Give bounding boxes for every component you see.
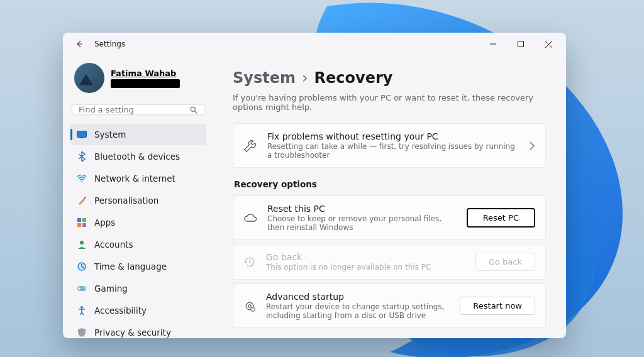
nav-gaming[interactable]: Gaming xyxy=(70,278,206,299)
advanced-startup-row: Advanced startup Restart your device to … xyxy=(233,283,546,328)
cloud-reset-icon xyxy=(243,212,257,224)
wifi-icon xyxy=(77,173,87,184)
back-button[interactable] xyxy=(72,36,87,52)
person-icon xyxy=(77,239,87,250)
svg-point-18 xyxy=(80,306,83,309)
chevron-right-icon xyxy=(529,141,535,150)
svg-rect-6 xyxy=(77,131,87,138)
goback-sub: This option is no longer available on th… xyxy=(266,263,465,272)
reset-pc-button[interactable]: Reset PC xyxy=(467,208,535,228)
settings-window: Settings Fatima Wahab System xyxy=(63,33,566,338)
svg-point-4 xyxy=(191,107,195,111)
titlebar: Settings xyxy=(63,33,566,55)
breadcrumb-parent[interactable]: System xyxy=(233,69,296,87)
advanced-title: Advanced startup xyxy=(266,292,450,302)
troubleshoot-sub: Resetting can take a while — first, try … xyxy=(267,142,519,160)
apps-icon xyxy=(77,217,87,228)
wrench-icon xyxy=(243,139,257,153)
go-back-button: Go back xyxy=(475,253,535,271)
maximize-button[interactable] xyxy=(507,35,535,53)
profile-email-redacted xyxy=(111,79,180,88)
goback-title: Go back xyxy=(266,252,465,262)
profile-name: Fatima Wahab xyxy=(111,69,180,78)
restart-now-button[interactable]: Restart now xyxy=(460,297,535,315)
profile-block[interactable]: Fatima Wahab xyxy=(70,55,206,98)
svg-rect-10 xyxy=(77,218,81,222)
nav-label: System xyxy=(94,129,126,140)
nav-personalisation[interactable]: Personalisation xyxy=(70,190,206,211)
nav-label: Accessibility xyxy=(94,305,147,316)
accessibility-icon xyxy=(77,305,87,316)
nav-privacy[interactable]: Privacy & security xyxy=(70,322,206,338)
search-icon xyxy=(189,106,198,114)
nav-system[interactable]: System xyxy=(70,124,206,145)
svg-rect-9 xyxy=(84,197,86,199)
nav-label: Personalisation xyxy=(94,195,158,206)
globe-clock-icon xyxy=(77,261,87,272)
close-button[interactable] xyxy=(535,35,562,53)
troubleshoot-title: Fix problems without resetting your PC xyxy=(267,131,519,141)
nav-network[interactable]: Network & internet xyxy=(70,168,206,189)
bluetooth-icon xyxy=(77,151,87,162)
reset-title: Reset this PC xyxy=(267,204,457,214)
search-box[interactable] xyxy=(72,104,205,115)
reset-pc-row: Reset this PC Choose to keep or remove y… xyxy=(233,195,546,240)
intro-text: If you're having problems with your PC o… xyxy=(233,93,546,112)
breadcrumb: System › Recovery xyxy=(233,69,546,87)
svg-rect-7 xyxy=(80,138,84,138)
nav-accessibility[interactable]: Accessibility xyxy=(70,300,206,321)
brush-icon xyxy=(77,195,87,206)
gear-power-icon xyxy=(243,300,256,312)
window-title: Settings xyxy=(94,40,125,48)
nav-label: Bluetooth & devices xyxy=(94,151,180,162)
minimize-icon xyxy=(490,41,496,47)
svg-point-17 xyxy=(84,287,85,288)
nav-list: System Bluetooth & devices Network & int… xyxy=(70,124,206,338)
reset-sub: Choose to keep or remove your personal f… xyxy=(267,214,457,232)
troubleshoot-card[interactable]: Fix problems without resetting your PC R… xyxy=(233,123,546,168)
go-back-row: Go back This option is no longer availab… xyxy=(233,244,546,280)
svg-rect-1 xyxy=(518,41,524,47)
nav-label: Apps xyxy=(94,217,115,228)
sidebar: Fatima Wahab System Bluetooth & devices xyxy=(63,55,214,338)
shield-icon xyxy=(77,327,87,338)
svg-rect-11 xyxy=(82,218,86,222)
system-icon xyxy=(77,129,87,140)
nav-label: Network & internet xyxy=(94,173,175,184)
search-input[interactable] xyxy=(79,105,189,114)
maximize-icon xyxy=(518,41,524,47)
svg-point-20 xyxy=(248,304,251,307)
nav-label: Time & language xyxy=(94,261,167,272)
svg-line-5 xyxy=(195,111,197,113)
nav-accounts[interactable]: Accounts xyxy=(70,234,206,255)
main-content: System › Recovery If you're having probl… xyxy=(214,55,566,338)
nav-label: Privacy & security xyxy=(94,327,171,338)
svg-point-8 xyxy=(81,181,82,182)
svg-rect-13 xyxy=(82,223,86,227)
nav-label: Gaming xyxy=(94,283,128,294)
svg-point-14 xyxy=(80,241,84,244)
gamepad-icon xyxy=(77,283,87,294)
chevron-right-icon: › xyxy=(302,69,308,87)
advanced-sub: Restart your device to change startup se… xyxy=(266,302,450,320)
svg-rect-12 xyxy=(77,223,81,227)
minimize-button[interactable] xyxy=(479,35,507,53)
nav-label: Accounts xyxy=(94,239,133,250)
page-title: Recovery xyxy=(314,69,393,87)
close-icon xyxy=(545,41,552,48)
nav-time-language[interactable]: Time & language xyxy=(70,256,206,277)
avatar xyxy=(74,63,104,93)
arrow-left-icon xyxy=(75,40,84,48)
nav-apps[interactable]: Apps xyxy=(70,212,206,233)
nav-bluetooth[interactable]: Bluetooth & devices xyxy=(70,146,206,167)
section-label: Recovery options xyxy=(234,179,546,189)
history-icon xyxy=(243,256,256,268)
